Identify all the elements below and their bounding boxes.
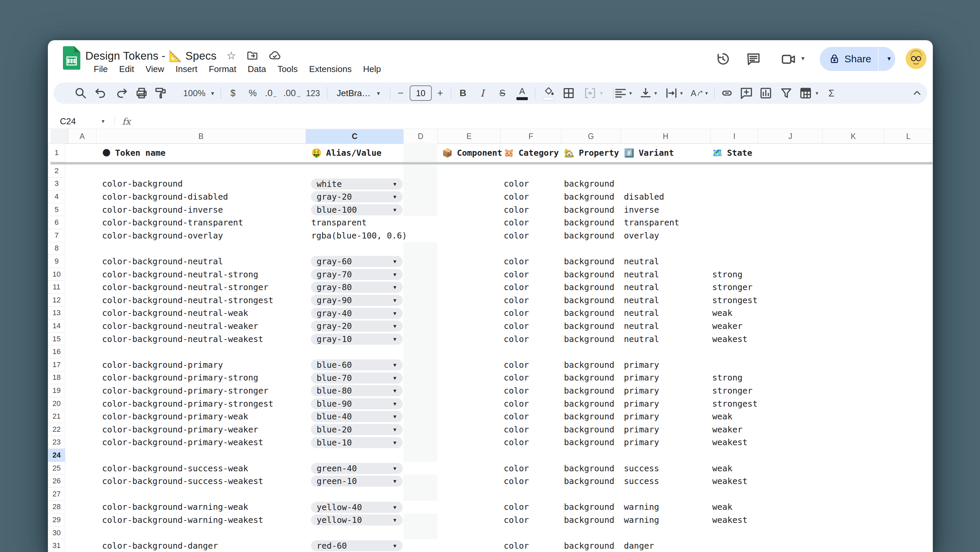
print-icon[interactable] — [135, 82, 148, 104]
cell-token-B12[interactable]: color-background-neutral-strongest — [102, 294, 274, 307]
cell-variant-H22[interactable]: primary — [624, 423, 659, 436]
value-dropdown-chip-C21[interactable]: blue-40▼ — [311, 411, 402, 422]
cell-state-I23[interactable]: weakest — [712, 436, 748, 449]
cell-token-B5[interactable]: color-background-inverse — [102, 203, 223, 216]
vertical-align-caret-icon[interactable]: ▼ — [654, 82, 658, 104]
cell-D24[interactable] — [403, 449, 438, 462]
row-header-31[interactable]: 31 — [48, 539, 65, 552]
cell-property-G7[interactable]: background — [564, 229, 614, 242]
cell-category-F25[interactable]: color — [504, 462, 529, 475]
value-dropdown-chip-C10[interactable]: gray-70▼ — [311, 269, 402, 280]
column-header-K[interactable]: K — [822, 129, 884, 144]
value-dropdown-chip-C9[interactable]: gray-60▼ — [311, 256, 402, 267]
row-header-16[interactable]: 16 — [48, 345, 65, 358]
cell-state-I12[interactable]: strongest — [712, 294, 757, 307]
row-header-17[interactable]: 17 — [48, 358, 65, 372]
cell-D30[interactable] — [403, 526, 438, 539]
row-header-13[interactable]: 13 — [48, 307, 65, 320]
version-history-icon[interactable] — [716, 51, 730, 66]
sheets-logo-icon[interactable] — [63, 46, 80, 70]
redo-icon[interactable] — [115, 82, 128, 104]
menu-extensions[interactable]: Extensions — [304, 62, 358, 76]
cell-token-B31[interactable]: color-background-danger — [102, 539, 218, 552]
column-header-J[interactable]: J — [758, 129, 822, 144]
number-format-button[interactable]: 123 — [306, 82, 320, 104]
cell-property-G29[interactable]: background — [564, 514, 614, 526]
merge-cells-button[interactable] — [583, 82, 597, 104]
cell-variant-H28[interactable]: warning — [624, 501, 659, 514]
cell-D3[interactable] — [403, 177, 438, 191]
cell-token-B10[interactable]: color-background-neutral-strong — [102, 268, 258, 281]
cell-variant-H17[interactable]: primary — [624, 358, 659, 372]
row-header-29[interactable]: 29 — [48, 514, 65, 526]
cell-token-B13[interactable]: color-background-neutral-weak — [102, 307, 248, 320]
header-cell-state[interactable]: 🗺️State — [712, 144, 752, 162]
cell-category-F15[interactable]: color — [504, 333, 529, 346]
row-header-10[interactable]: 10 — [48, 268, 65, 281]
format-percent-button[interactable]: % — [249, 82, 257, 104]
paint-format-icon[interactable] — [154, 82, 167, 104]
cell-D26[interactable] — [403, 475, 438, 488]
cell-variant-H13[interactable]: neutral — [624, 307, 659, 320]
cell-token-B25[interactable]: color-background-success-weak — [102, 462, 248, 475]
share-caret-icon[interactable]: ▼ — [883, 47, 895, 71]
cell-D5[interactable] — [403, 203, 438, 216]
decrease-font-size-button[interactable]: − — [398, 82, 404, 104]
menu-data[interactable]: Data — [242, 62, 272, 76]
header-cell-component[interactable]: 📦Component — [442, 144, 503, 162]
value-dropdown-chip-C13[interactable]: gray-40▼ — [311, 308, 402, 319]
cell-state-I29[interactable]: weakest — [712, 514, 748, 526]
font-select[interactable]: JetBra… ▼ — [337, 82, 381, 104]
cell-category-F21[interactable]: color — [504, 410, 529, 423]
value-dropdown-chip-C19[interactable]: blue-80▼ — [311, 385, 402, 396]
row-header-25[interactable]: 25 — [48, 462, 65, 475]
row-header-15[interactable]: 15 — [48, 333, 65, 346]
row-header-28[interactable]: 28 — [48, 501, 65, 514]
row-header-20[interactable]: 20 — [48, 397, 65, 410]
zoom-select[interactable]: 100% ▼ — [183, 82, 215, 104]
value-dropdown-chip-C5[interactable]: blue-100▼ — [311, 204, 402, 215]
column-header-E[interactable]: E — [438, 129, 500, 144]
vertical-align-button[interactable] — [639, 82, 652, 104]
value-dropdown-chip-C18[interactable]: blue-70▼ — [311, 372, 402, 383]
header-cell-alias-value[interactable]: 🤑Alias/Value — [311, 144, 382, 162]
decrease-decimal-button[interactable]: .0← — [265, 82, 278, 104]
cell-state-I10[interactable]: strong — [712, 268, 742, 281]
cell-property-G31[interactable]: background — [564, 539, 614, 552]
cell-property-G6[interactable]: background — [564, 216, 614, 229]
cell-token-B9[interactable]: color-background-neutral — [102, 255, 223, 268]
cell-category-F22[interactable]: color — [504, 423, 529, 436]
comments-icon[interactable] — [746, 51, 761, 66]
cell-D13[interactable] — [403, 307, 438, 320]
cell-D14[interactable] — [403, 319, 438, 333]
cell-token-B22[interactable]: color-background-primary-weaker — [102, 423, 258, 436]
value-dropdown-chip-C28[interactable]: yellow-40▼ — [311, 502, 402, 513]
pivot-table-icon[interactable] — [799, 82, 812, 104]
share-button[interactable]: Share ▼ — [820, 47, 895, 71]
menu-file[interactable]: File — [88, 62, 113, 76]
row-header-3[interactable]: 3 — [48, 177, 65, 191]
text-color-button[interactable]: A — [517, 82, 528, 104]
star-icon[interactable]: ☆ — [227, 50, 236, 61]
cell-state-I11[interactable]: stronger — [712, 281, 752, 294]
row-header-30[interactable]: 30 — [48, 526, 65, 539]
menu-edit[interactable]: Edit — [113, 62, 140, 76]
undo-icon[interactable] — [94, 82, 107, 104]
merge-caret-icon[interactable]: ▼ — [600, 82, 604, 104]
cell-variant-H29[interactable]: warning — [624, 514, 659, 526]
cell-D10[interactable] — [403, 268, 438, 281]
row-header-22[interactable]: 22 — [48, 423, 65, 436]
column-header-A[interactable]: A — [68, 129, 96, 144]
select-all-corner[interactable] — [51, 129, 68, 144]
column-header-I[interactable]: I — [710, 129, 758, 144]
cell-property-G11[interactable]: background — [564, 281, 614, 294]
cell-property-G20[interactable]: background — [564, 397, 614, 410]
cell-variant-H5[interactable]: inverse — [624, 203, 659, 216]
cell-D8[interactable] — [403, 242, 438, 255]
cell-variant-H23[interactable]: primary — [624, 436, 659, 449]
value-dropdown-chip-C15[interactable]: gray-10▼ — [311, 333, 402, 345]
cell-D29[interactable] — [403, 514, 438, 526]
cell-property-G19[interactable]: background — [564, 384, 614, 397]
cell-token-B29[interactable]: color-background-warning-weakest — [102, 514, 263, 526]
row-header-27[interactable]: 27 — [48, 488, 65, 501]
